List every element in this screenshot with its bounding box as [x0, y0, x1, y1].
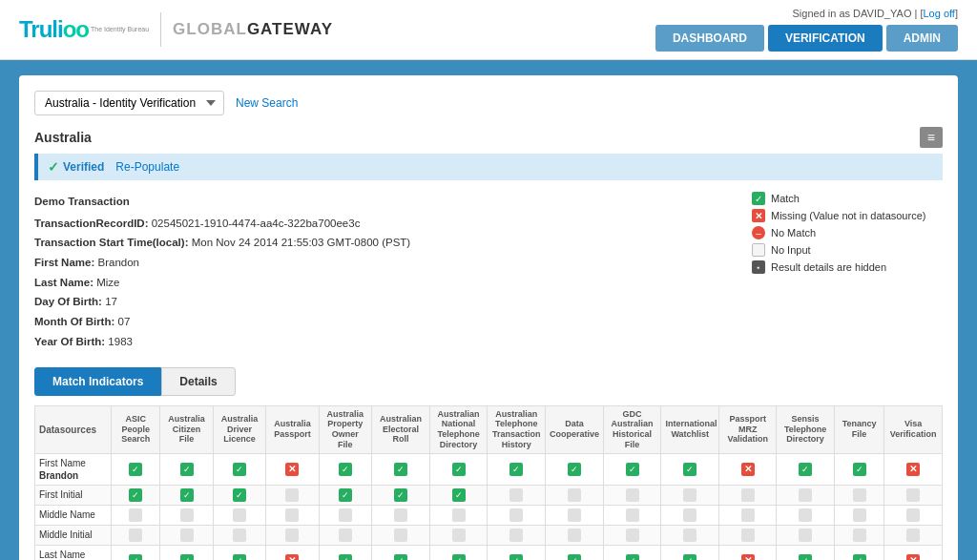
cell-2-5 [372, 505, 430, 525]
col-header-9: GDCAustralianHistoricalFile [603, 405, 661, 453]
table-row: Last NameMize✓✓✓✕✓✓✓✓✓✓✓✕✓✓✕ [35, 545, 943, 560]
cell-2-3 [266, 505, 319, 525]
cell-3-5 [372, 525, 430, 545]
cell-1-14 [884, 485, 943, 505]
section-title: Australia ≡ [34, 127, 943, 148]
cell-0-9: ✓ [603, 453, 661, 485]
cell-2-11 [719, 505, 777, 525]
new-search-link[interactable]: New Search [236, 96, 298, 110]
dashboard-button[interactable]: DASHBOARD [655, 25, 764, 52]
cell-match-icon: ✓ [683, 463, 696, 476]
repopulate-button[interactable]: Re-Populate [115, 160, 179, 174]
mob-row: Month Of Birth: 07 [34, 312, 733, 332]
cell-1-0: ✓ [112, 485, 160, 505]
cell-0-11: ✕ [719, 453, 777, 485]
cell-match-icon: ✓ [626, 554, 639, 560]
menu-icon-button[interactable]: ≡ [920, 127, 943, 148]
cell-empty-icon [129, 508, 142, 522]
missing-icon: ✕ [752, 209, 765, 222]
cell-3-6 [429, 525, 488, 545]
cell-2-6 [429, 505, 488, 525]
col-header-5: AustralianElectoralRoll [372, 405, 430, 453]
cell-4-13: ✓ [834, 545, 883, 560]
cell-empty-icon [853, 508, 866, 522]
gateway-text: GATEWAY [247, 20, 333, 38]
table-wrapper: Datasources ASICPeopleSearchAustraliaCit… [34, 405, 943, 561]
legend-match: ✓ Match [752, 192, 943, 205]
cell-4-6: ✓ [429, 545, 488, 560]
cell-match-icon: ✓ [452, 488, 466, 502]
cell-empty-icon [568, 529, 581, 542]
cell-empty-icon [626, 488, 639, 502]
cell-1-4: ✓ [319, 485, 371, 505]
start-time-row: Transaction Start Time(local): Mon Nov 2… [34, 233, 733, 253]
verified-label: Verified [63, 160, 104, 174]
tab-match-indicators[interactable]: Match Indicators [34, 367, 161, 396]
legend-missing: ✕ Missing (Value not in datasource) [752, 209, 943, 222]
col-header-1: AustraliaCitizenFile [160, 405, 213, 453]
top-bar: Australia - Identity Verification New Se… [34, 91, 943, 115]
cell-2-7 [488, 505, 546, 525]
main-area: Australia - Identity Verification New Se… [0, 60, 977, 560]
cell-match-icon: ✓ [799, 463, 812, 476]
cell-4-3: ✕ [266, 545, 319, 560]
table-row: Middle Initial [35, 525, 943, 545]
logo-divider [160, 12, 161, 47]
cell-2-1 [160, 505, 213, 525]
cell-4-8: ✓ [546, 545, 604, 560]
noinput-icon [752, 243, 765, 257]
cell-empty-icon [853, 529, 866, 542]
cell-empty-icon [233, 529, 246, 542]
cell-missing-icon: ✕ [741, 554, 755, 560]
cell-match-icon: ✓ [452, 463, 466, 476]
cell-empty-icon [129, 529, 142, 542]
table-row: First Initial✓✓✓✓✓✓ [35, 485, 943, 505]
tab-details[interactable]: Details [161, 367, 235, 396]
yob-row: Year Of Birth: 1983 [34, 332, 733, 352]
cell-4-11: ✕ [719, 545, 777, 560]
first-name-row: First Name: Brandon [34, 253, 733, 273]
cell-empty-icon [452, 508, 466, 522]
cell-match-icon: ✓ [626, 463, 639, 476]
cell-match-icon: ✓ [853, 554, 866, 560]
verification-type-dropdown[interactable]: Australia - Identity Verification [34, 91, 224, 115]
cell-empty-icon [452, 529, 466, 542]
table-row: Middle Name [35, 505, 943, 525]
cell-3-13 [834, 525, 883, 545]
col-header-8: DataCooperative [546, 405, 604, 453]
admin-button[interactable]: ADMIN [886, 25, 958, 52]
log-off-link[interactable]: Log off [923, 8, 954, 19]
cell-2-0 [112, 505, 160, 525]
logo-tagline: The Identity Bureau [91, 26, 149, 33]
cell-4-14: ✕ [884, 545, 943, 560]
cell-0-4: ✓ [319, 453, 371, 485]
cell-0-1: ✓ [160, 453, 213, 485]
cell-empty-icon [683, 508, 696, 522]
cell-match-icon: ✓ [339, 488, 352, 502]
cell-empty-icon [741, 508, 755, 522]
header-right: Signed in as DAVID_YAO | [Log off] DASHB… [655, 8, 958, 52]
cell-1-6: ✓ [429, 485, 488, 505]
check-icon: ✓ [48, 159, 59, 175]
content-box: Australia - Identity Verification New Se… [19, 75, 958, 560]
cell-0-5: ✓ [372, 453, 430, 485]
match-indicators-table: Datasources ASICPeopleSearchAustraliaCit… [34, 405, 943, 561]
cell-1-12 [777, 485, 835, 505]
cell-0-13: ✓ [834, 453, 883, 485]
cell-2-12 [777, 505, 835, 525]
cell-3-1 [160, 525, 213, 545]
col-header-4: AustraliaPropertyOwnerFile [319, 405, 371, 453]
cell-empty-icon [233, 508, 246, 522]
row-label-2: Middle Name [35, 505, 112, 525]
dob-row: Day Of Birth: 17 [34, 292, 733, 312]
cell-0-6: ✓ [429, 453, 488, 485]
row-label-3: Middle Initial [35, 525, 112, 545]
verification-button[interactable]: VERIFICATION [768, 25, 883, 52]
col-header-10: InternationalWatchlist [661, 405, 719, 453]
cell-2-13 [834, 505, 883, 525]
transaction-area: Demo Transaction TransactionRecordID: 02… [34, 192, 943, 352]
cell-match-icon: ✓ [394, 463, 407, 476]
cell-4-12: ✓ [777, 545, 835, 560]
cell-3-10 [661, 525, 719, 545]
cell-empty-icon [906, 488, 920, 502]
